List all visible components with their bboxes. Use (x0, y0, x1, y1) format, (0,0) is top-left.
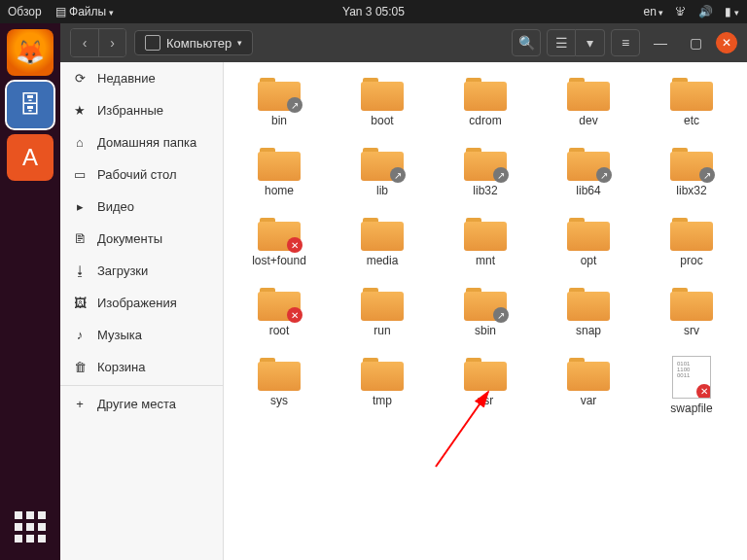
search-button[interactable]: 🔍 (512, 29, 541, 56)
sidebar-icon: 🗑 (72, 360, 88, 374)
item-label: boot (371, 114, 393, 127)
item-label: lib64 (576, 184, 600, 197)
sidebar-item[interactable]: ▭Рабочий стол (60, 158, 223, 191)
maximize-button[interactable]: ▢ (681, 29, 710, 56)
sidebar-item[interactable]: ▸Видео (60, 191, 223, 223)
item-label: lib (376, 184, 388, 197)
symlink-badge: ↗ (493, 307, 509, 323)
item-label: swapfile (670, 402, 712, 415)
sidebar-item-label: Видео (97, 199, 134, 214)
sidebar-item[interactable]: ★Избранные (60, 94, 223, 126)
folder-item[interactable]: ↗libx32 (640, 144, 743, 214)
dock-software[interactable]: A (7, 134, 53, 181)
forward-button[interactable]: › (98, 29, 125, 56)
folder-item[interactable]: sys (228, 354, 331, 424)
symlink-badge: ↗ (699, 167, 715, 183)
item-label: opt (581, 254, 597, 267)
folder-item[interactable]: ↗lib (331, 144, 434, 214)
folder-item[interactable]: dev (537, 74, 640, 144)
sidebar-item-label: Рабочий стол (97, 167, 177, 182)
folder-icon: ↗ (361, 146, 404, 181)
item-label: media (367, 254, 399, 267)
network-icon[interactable]: ⯚ (675, 5, 687, 18)
folder-item[interactable]: ↗bin (228, 74, 331, 144)
sidebar-item[interactable]: ⭳Загрузки (60, 255, 223, 287)
volume-icon[interactable]: 🔊 (698, 5, 713, 18)
app-menu[interactable]: ▤ Файлы (55, 5, 114, 18)
plus-icon: + (72, 397, 88, 411)
item-label: mnt (476, 254, 495, 267)
battery-icon[interactable]: ▮ (725, 5, 739, 18)
item-label: home (265, 184, 294, 197)
dock-files[interactable]: 🗄 (7, 82, 53, 128)
folder-item[interactable]: ↗lib64 (537, 144, 640, 214)
show-applications[interactable] (7, 504, 53, 550)
sidebar-item[interactable]: 🗑Корзина (60, 351, 223, 383)
folder-item[interactable]: ✕root (228, 284, 331, 354)
sidebar-icon: ▭ (72, 167, 88, 182)
clock[interactable]: Yan 3 05:05 (342, 5, 405, 18)
folder-item[interactable]: snap (537, 284, 640, 354)
minimize-button[interactable]: — (646, 29, 675, 56)
separator (60, 385, 223, 386)
sidebar-item[interactable]: ♪Музыка (60, 319, 223, 351)
sidebar-item[interactable]: ⌂Домашняя папка (60, 126, 223, 158)
view-list-button[interactable]: ☰ (547, 29, 576, 56)
folder-item[interactable]: etc (640, 74, 743, 144)
sidebar-item[interactable]: ⟳Недавние (60, 62, 223, 94)
item-label: lost+found (252, 254, 306, 267)
sidebar-other-places[interactable]: + Другие места (60, 388, 223, 420)
activities-button[interactable]: Обзор (8, 5, 42, 18)
item-label: bin (271, 114, 287, 127)
back-button[interactable]: ‹ (71, 29, 98, 56)
symlink-badge: ↗ (596, 167, 612, 183)
item-label: libx32 (676, 184, 706, 197)
folder-item[interactable]: var (537, 354, 640, 424)
icon-view[interactable]: ↗binbootcdromdevetchome↗lib↗lib32↗lib64↗… (224, 62, 747, 560)
folder-item[interactable]: ↗sbin (434, 284, 537, 354)
sidebar-item[interactable]: 🖹Документы (60, 223, 223, 255)
dock-firefox[interactable]: 🦊 (7, 29, 53, 76)
file-item[interactable]: 010111000011✕swapfile (640, 354, 743, 424)
noaccess-badge: ✕ (287, 237, 302, 253)
folder-item[interactable]: ↗lib32 (434, 144, 537, 214)
folder-item[interactable]: run (331, 284, 434, 354)
item-label: proc (680, 254, 702, 267)
folder-icon: ↗ (258, 76, 301, 111)
sidebar-item-label: Недавние (97, 71, 156, 86)
folder-item[interactable]: cdrom (434, 74, 537, 144)
folder-icon (567, 356, 610, 391)
item-label: run (374, 324, 390, 337)
folder-icon: ✕ (258, 286, 301, 321)
input-source[interactable]: en (644, 5, 664, 18)
symlink-badge: ↗ (390, 167, 406, 183)
folder-item[interactable]: srv (640, 284, 743, 354)
sidebar-icon: 🖹 (72, 231, 88, 246)
chevron-down-icon: ▾ (237, 38, 242, 48)
folder-item[interactable]: ✕lost+found (228, 214, 331, 284)
folder-item[interactable]: boot (331, 74, 434, 144)
item-label: sbin (475, 324, 496, 337)
folder-item[interactable]: home (228, 144, 331, 214)
sidebar-item[interactable]: 🖼Изображения (60, 287, 223, 319)
folder-item[interactable]: proc (640, 214, 743, 284)
folder-icon (258, 146, 301, 181)
symlink-badge: ↗ (287, 97, 302, 113)
view-options-button[interactable]: ▾ (576, 29, 605, 56)
folder-icon (670, 76, 713, 111)
sidebar-item-label: Домашняя папка (97, 135, 196, 150)
item-label: usr (478, 394, 494, 407)
folder-item[interactable]: opt (537, 214, 640, 284)
path-bar[interactable]: Компьютер ▾ (134, 30, 253, 55)
item-label: cdrom (469, 114, 501, 127)
folder-item[interactable]: usr (434, 354, 537, 424)
folder-item[interactable]: tmp (331, 354, 434, 424)
folder-item[interactable]: media (331, 214, 434, 284)
sidebar-icon: ♪ (72, 328, 88, 342)
hamburger-menu[interactable]: ≡ (611, 29, 640, 56)
path-label: Компьютер (166, 36, 231, 51)
folder-item[interactable]: mnt (434, 214, 537, 284)
folder-icon (464, 356, 507, 391)
files-window: ‹ › Компьютер ▾ 🔍 ☰ ▾ ≡ — ▢ ✕ ⟳Недавние★… (60, 23, 747, 560)
close-button[interactable]: ✕ (716, 32, 737, 53)
